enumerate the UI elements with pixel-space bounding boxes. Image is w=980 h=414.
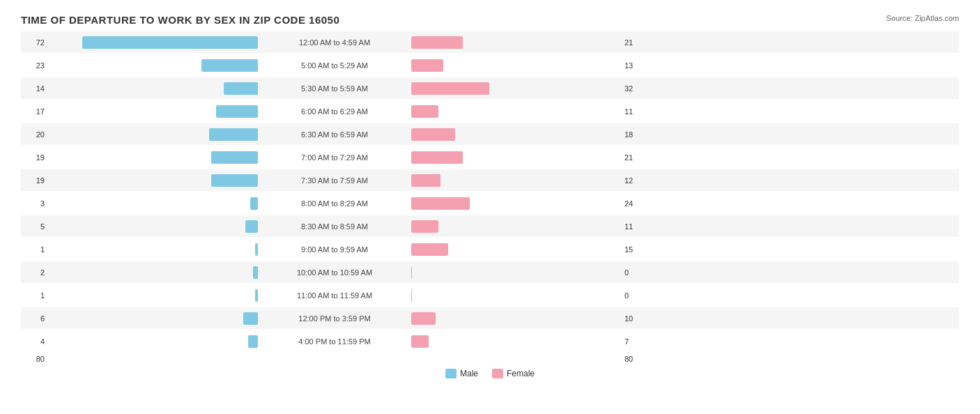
time-label: 4:00 PM to 11:59 PM (258, 337, 411, 346)
legend-female-box (492, 369, 503, 378)
table-row: 4 4:00 PM to 11:59 PM 7 (21, 330, 959, 352)
table-row: 14 5:30 AM to 5:59 AM 32 (21, 77, 959, 99)
male-bar (209, 128, 258, 141)
table-row: 72 12:00 AM to 4:59 AM 21 (21, 31, 959, 53)
male-value: 20 (21, 130, 49, 139)
legend-male: Male (445, 369, 478, 378)
female-value: 0 (620, 291, 648, 300)
female-bar (411, 151, 463, 164)
male-bar-container (49, 36, 258, 49)
female-bar-container (411, 59, 620, 72)
legend-male-label: Male (460, 369, 478, 378)
female-bar (411, 289, 412, 302)
male-bar-container (49, 82, 258, 95)
male-bar-container (49, 197, 258, 210)
female-bar (411, 312, 436, 325)
source-text: Source: ZipAtlas.com (886, 14, 959, 22)
male-value: 23 (21, 61, 49, 70)
table-row: 1 9:00 AM to 9:59 AM 15 (21, 238, 959, 260)
male-value: 1 (21, 291, 49, 300)
table-row: 5 8:30 AM to 8:59 AM 11 (21, 215, 959, 237)
time-label: 12:00 AM to 4:59 AM (258, 38, 411, 47)
time-label: 5:00 AM to 5:29 AM (258, 61, 411, 70)
male-value: 19 (21, 176, 49, 185)
male-bar (211, 151, 258, 164)
male-bar (211, 174, 258, 187)
male-value: 72 (21, 38, 49, 47)
axis-row: 80 80 (21, 355, 959, 363)
male-bar-container (49, 151, 258, 164)
time-label: 6:30 AM to 6:59 AM (258, 130, 411, 139)
chart-title: TIME OF DEPARTURE TO WORK BY SEX IN ZIP … (21, 14, 959, 26)
time-label: 11:00 AM to 11:59 AM (258, 291, 411, 300)
female-bar-container (411, 335, 620, 348)
male-bar-container (49, 105, 258, 118)
female-value: 0 (620, 268, 648, 277)
female-bar-container (411, 243, 620, 256)
table-row: 1 11:00 AM to 11:59 AM 0 (21, 284, 959, 306)
male-bar-container (49, 220, 258, 233)
male-bar-container (49, 266, 258, 279)
female-value: 7 (620, 337, 648, 346)
table-row: 19 7:30 AM to 7:59 AM 12 (21, 169, 959, 191)
male-bar-container (49, 128, 258, 141)
time-label: 8:00 AM to 8:29 AM (258, 199, 411, 208)
female-value: 10 (620, 314, 648, 323)
female-bar-container (411, 312, 620, 325)
female-value: 21 (620, 38, 648, 47)
male-value: 14 (21, 84, 49, 93)
female-bar (411, 128, 455, 141)
male-bar (245, 220, 258, 233)
table-row: 6 12:00 PM to 3:59 PM 10 (21, 307, 959, 329)
male-value: 5 (21, 222, 49, 231)
female-value: 13 (620, 61, 648, 70)
male-bar-container (49, 335, 258, 348)
female-bar-container (411, 174, 620, 187)
legend-female-label: Female (507, 369, 535, 378)
female-bar (411, 335, 429, 348)
female-bar (411, 174, 441, 187)
male-bar-container (49, 289, 258, 302)
time-label: 12:00 PM to 3:59 PM (258, 314, 411, 323)
chart-container: TIME OF DEPARTURE TO WORK BY SEX IN ZIP … (0, 0, 980, 414)
female-value: 12 (620, 176, 648, 185)
male-bar (201, 59, 258, 72)
table-row: 3 8:00 AM to 8:29 AM 24 (21, 192, 959, 214)
legend: Male Female (21, 369, 959, 378)
table-row: 20 6:30 AM to 6:59 AM 18 (21, 123, 959, 145)
male-value: 1 (21, 245, 49, 254)
female-value: 21 (620, 153, 648, 162)
table-row: 2 10:00 AM to 10:59 AM 0 (21, 261, 959, 283)
male-bar (216, 105, 258, 118)
male-bar-container (49, 59, 258, 72)
male-bar (253, 266, 258, 279)
female-bar (411, 105, 438, 118)
male-value: 4 (21, 337, 49, 346)
female-value: 24 (620, 199, 648, 208)
legend-male-box (445, 369, 457, 378)
female-bar-container (411, 36, 620, 49)
female-value: 18 (620, 130, 648, 139)
legend-female: Female (492, 369, 535, 378)
male-value: 6 (21, 314, 49, 323)
female-bar-container (411, 266, 620, 279)
female-bar (411, 220, 438, 233)
female-bar-container (411, 128, 620, 141)
male-bar (224, 82, 258, 95)
time-label: 6:00 AM to 6:29 AM (258, 107, 411, 116)
table-row: 23 5:00 AM to 5:29 AM 13 (21, 54, 959, 76)
male-bar-container (49, 312, 258, 325)
female-bar-container (411, 220, 620, 233)
table-row: 19 7:00 AM to 7:29 AM 21 (21, 146, 959, 168)
time-label: 5:30 AM to 5:59 AM (258, 84, 411, 93)
table-row: 17 6:00 AM to 6:29 AM 11 (21, 100, 959, 122)
female-bar-container (411, 105, 620, 118)
male-bar (248, 335, 258, 348)
male-bar-container (49, 174, 258, 187)
male-bar (243, 312, 258, 325)
male-value: 19 (21, 153, 49, 162)
female-bar-container (411, 197, 620, 210)
male-value: 17 (21, 107, 49, 116)
female-bar (411, 36, 463, 49)
male-bar (82, 36, 258, 49)
